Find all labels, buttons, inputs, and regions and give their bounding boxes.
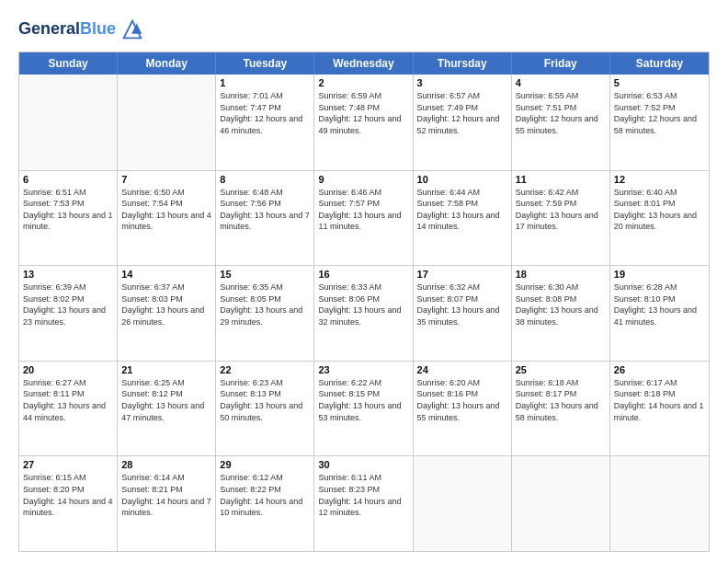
day-info: Sunrise: 6:12 AMSunset: 8:22 PMDaylight:… — [220, 472, 310, 518]
day-info: Sunrise: 6:14 AMSunset: 8:21 PMDaylight:… — [121, 472, 211, 518]
calendar-row: 6Sunrise: 6:51 AMSunset: 7:53 PMDaylight… — [19, 170, 709, 266]
calendar-cell: 27Sunrise: 6:15 AMSunset: 8:20 PMDayligh… — [19, 456, 118, 551]
day-info: Sunrise: 6:27 AMSunset: 8:11 PMDaylight:… — [23, 377, 113, 423]
day-number: 4 — [516, 77, 606, 88]
calendar-cell: 11Sunrise: 6:42 AMSunset: 7:59 PMDayligh… — [512, 171, 610, 266]
svg-marker-1 — [131, 23, 142, 33]
day-info: Sunrise: 6:40 AMSunset: 8:01 PMDaylight:… — [614, 187, 705, 233]
calendar-cell: 20Sunrise: 6:27 AMSunset: 8:11 PMDayligh… — [19, 362, 118, 456]
weekday-header: Friday — [512, 52, 610, 75]
calendar-row: 1Sunrise: 7:01 AMSunset: 7:47 PMDaylight… — [19, 75, 709, 170]
weekday-header: Saturday — [610, 52, 709, 75]
day-number: 3 — [417, 77, 507, 88]
calendar-cell: 4Sunrise: 6:55 AMSunset: 7:51 PMDaylight… — [512, 75, 610, 170]
day-number: 21 — [121, 364, 211, 375]
day-number: 2 — [318, 77, 408, 88]
page: GeneralBlue SundayMondayTuesdayWednesday… — [0, 0, 728, 563]
day-info: Sunrise: 6:32 AMSunset: 8:07 PMDaylight:… — [417, 282, 507, 327]
day-info: Sunrise: 6:55 AMSunset: 7:51 PMDaylight:… — [516, 90, 606, 136]
calendar-cell: 18Sunrise: 6:30 AMSunset: 8:08 PMDayligh… — [512, 266, 610, 361]
day-number: 22 — [220, 364, 310, 375]
header: GeneralBlue — [18, 17, 710, 42]
day-number: 15 — [220, 269, 310, 280]
day-number: 18 — [516, 269, 606, 280]
day-number: 7 — [121, 174, 211, 185]
calendar-cell: 15Sunrise: 6:35 AMSunset: 8:05 PMDayligh… — [216, 266, 314, 361]
calendar-row: 20Sunrise: 6:27 AMSunset: 8:11 PMDayligh… — [19, 361, 709, 456]
day-number: 6 — [23, 174, 113, 185]
day-number: 27 — [23, 459, 113, 470]
calendar-cell: 30Sunrise: 6:11 AMSunset: 8:23 PMDayligh… — [314, 456, 413, 551]
calendar-cell: 9Sunrise: 6:46 AMSunset: 7:57 PMDaylight… — [314, 171, 413, 266]
day-number: 8 — [220, 174, 310, 185]
weekday-header: Wednesday — [314, 52, 413, 75]
day-info: Sunrise: 7:01 AMSunset: 7:47 PMDaylight:… — [220, 90, 310, 136]
day-info: Sunrise: 6:39 AMSunset: 8:02 PMDaylight:… — [23, 282, 113, 327]
calendar-cell: 24Sunrise: 6:20 AMSunset: 8:16 PMDayligh… — [414, 362, 512, 456]
calendar-cell — [610, 456, 709, 551]
day-number: 9 — [318, 174, 408, 185]
calendar-row: 27Sunrise: 6:15 AMSunset: 8:20 PMDayligh… — [19, 455, 709, 551]
day-info: Sunrise: 6:15 AMSunset: 8:20 PMDaylight:… — [23, 472, 113, 518]
day-info: Sunrise: 6:25 AMSunset: 8:12 PMDaylight:… — [121, 377, 211, 423]
day-info: Sunrise: 6:18 AMSunset: 8:17 PMDaylight:… — [516, 377, 606, 423]
day-number: 19 — [614, 269, 705, 280]
day-number: 28 — [121, 459, 211, 470]
weekday-header: Tuesday — [216, 52, 314, 75]
calendar-cell — [512, 456, 610, 551]
calendar-cell: 22Sunrise: 6:23 AMSunset: 8:13 PMDayligh… — [216, 362, 314, 456]
day-number: 1 — [220, 77, 310, 88]
calendar-cell: 8Sunrise: 6:48 AMSunset: 7:56 PMDaylight… — [216, 171, 314, 266]
calendar-row: 13Sunrise: 6:39 AMSunset: 8:02 PMDayligh… — [19, 265, 709, 361]
day-number: 25 — [516, 364, 606, 375]
day-info: Sunrise: 6:28 AMSunset: 8:10 PMDaylight:… — [614, 282, 705, 327]
calendar-cell: 28Sunrise: 6:14 AMSunset: 8:21 PMDayligh… — [118, 456, 216, 551]
calendar-cell: 17Sunrise: 6:32 AMSunset: 8:07 PMDayligh… — [414, 266, 512, 361]
day-info: Sunrise: 6:33 AMSunset: 8:06 PMDaylight:… — [318, 282, 408, 327]
calendar-cell: 6Sunrise: 6:51 AMSunset: 7:53 PMDaylight… — [19, 171, 118, 266]
day-number: 13 — [23, 269, 113, 280]
calendar-cell — [19, 75, 118, 170]
day-info: Sunrise: 6:51 AMSunset: 7:53 PMDaylight:… — [23, 187, 113, 233]
day-info: Sunrise: 6:17 AMSunset: 8:18 PMDaylight:… — [614, 377, 705, 423]
calendar-cell — [118, 75, 216, 170]
day-info: Sunrise: 6:57 AMSunset: 7:49 PMDaylight:… — [417, 90, 507, 136]
calendar-cell: 13Sunrise: 6:39 AMSunset: 8:02 PMDayligh… — [19, 266, 118, 361]
day-number: 14 — [121, 269, 211, 280]
calendar-cell: 23Sunrise: 6:22 AMSunset: 8:15 PMDayligh… — [314, 362, 413, 456]
logo-icon — [119, 17, 145, 42]
day-number: 23 — [318, 364, 408, 375]
calendar-body: 1Sunrise: 7:01 AMSunset: 7:47 PMDaylight… — [19, 75, 709, 551]
day-info: Sunrise: 6:35 AMSunset: 8:05 PMDaylight:… — [220, 282, 310, 327]
calendar-cell: 2Sunrise: 6:59 AMSunset: 7:48 PMDaylight… — [314, 75, 413, 170]
day-number: 17 — [417, 269, 507, 280]
calendar-cell: 12Sunrise: 6:40 AMSunset: 8:01 PMDayligh… — [610, 171, 709, 266]
calendar-cell: 16Sunrise: 6:33 AMSunset: 8:06 PMDayligh… — [314, 266, 413, 361]
calendar-cell: 7Sunrise: 6:50 AMSunset: 7:54 PMDaylight… — [118, 171, 216, 266]
day-info: Sunrise: 6:44 AMSunset: 7:58 PMDaylight:… — [417, 187, 507, 233]
calendar-cell: 14Sunrise: 6:37 AMSunset: 8:03 PMDayligh… — [118, 266, 216, 361]
weekday-header: Sunday — [19, 52, 118, 75]
day-info: Sunrise: 6:23 AMSunset: 8:13 PMDaylight:… — [220, 377, 310, 423]
day-info: Sunrise: 6:30 AMSunset: 8:08 PMDaylight:… — [516, 282, 606, 327]
day-number: 11 — [516, 174, 606, 185]
day-info: Sunrise: 6:46 AMSunset: 7:57 PMDaylight:… — [318, 187, 408, 233]
day-info: Sunrise: 6:48 AMSunset: 7:56 PMDaylight:… — [220, 187, 310, 233]
logo: GeneralBlue — [18, 17, 145, 42]
calendar-cell — [414, 456, 512, 551]
day-number: 12 — [614, 174, 705, 185]
calendar-cell: 3Sunrise: 6:57 AMSunset: 7:49 PMDaylight… — [414, 75, 512, 170]
logo-text: GeneralBlue — [18, 20, 116, 39]
day-number: 24 — [417, 364, 507, 375]
day-number: 29 — [220, 459, 310, 470]
day-number: 10 — [417, 174, 507, 185]
day-number: 20 — [23, 364, 113, 375]
day-info: Sunrise: 6:37 AMSunset: 8:03 PMDaylight:… — [121, 282, 211, 327]
calendar-header: SundayMondayTuesdayWednesdayThursdayFrid… — [19, 52, 709, 75]
weekday-header: Monday — [118, 52, 216, 75]
calendar-cell: 26Sunrise: 6:17 AMSunset: 8:18 PMDayligh… — [610, 362, 709, 456]
calendar-cell: 21Sunrise: 6:25 AMSunset: 8:12 PMDayligh… — [118, 362, 216, 456]
day-info: Sunrise: 6:53 AMSunset: 7:52 PMDaylight:… — [614, 90, 705, 136]
calendar-cell: 29Sunrise: 6:12 AMSunset: 8:22 PMDayligh… — [216, 456, 314, 551]
day-number: 5 — [614, 77, 705, 88]
